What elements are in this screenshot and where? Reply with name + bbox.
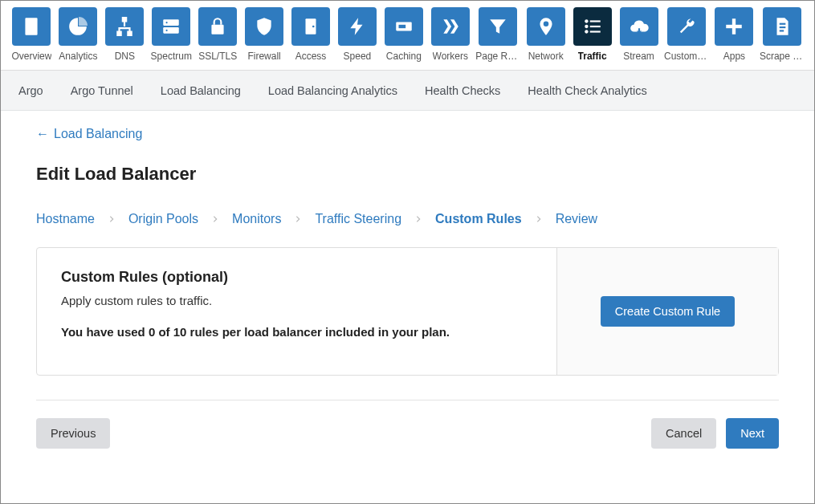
wrench-icon	[667, 7, 706, 46]
nav-item-spectrum[interactable]: Spectrum	[150, 7, 193, 62]
back-to-load-balancing-link[interactable]: ← Load Balancing	[36, 127, 142, 141]
nav-item-traffic[interactable]: Traffic	[571, 7, 613, 62]
nav-item-label: Workers	[433, 51, 468, 62]
panel-description: Apply custom rules to traffic.	[61, 294, 532, 307]
nav-item-analytics[interactable]: Analytics	[57, 7, 100, 62]
nav-item-label: DNS	[115, 51, 135, 62]
door-icon	[291, 7, 330, 46]
sitemap-icon	[105, 7, 144, 46]
nav-item-label: Apps	[723, 51, 745, 62]
lock-icon	[198, 7, 237, 46]
nav-item-label: Spectrum	[151, 51, 192, 62]
back-link-label: Load Balancing	[54, 127, 142, 141]
cancel-button[interactable]: Cancel	[651, 418, 716, 449]
subnav-item-health-checks[interactable]: Health Checks	[425, 84, 500, 97]
crumb-monitors[interactable]: Monitors	[232, 212, 281, 226]
pie-icon	[59, 7, 97, 46]
nav-item-dns[interactable]: DNS	[104, 7, 146, 62]
nav-item-label: Caching	[386, 51, 422, 62]
list-icon	[573, 7, 612, 46]
page-title: Edit Load Balancer	[36, 164, 779, 185]
nav-item-label: Speed	[344, 51, 372, 62]
nav-item-page-rules[interactable]: Page Rules	[475, 7, 520, 62]
previous-button[interactable]: Previous	[36, 418, 110, 449]
nav-item-network[interactable]: Network	[524, 7, 567, 62]
cloud-icon	[620, 7, 658, 46]
shield-icon	[245, 7, 283, 46]
nav-item-label: Traffic	[578, 51, 607, 62]
nav-item-custom-p-[interactable]: Custom P…	[664, 7, 709, 62]
nav-item-speed[interactable]: Speed	[336, 7, 378, 62]
nav-item-label: SSL/TLS	[198, 51, 237, 62]
clipboard-icon	[12, 7, 51, 46]
nav-item-firewall[interactable]: Firewall	[243, 7, 286, 62]
nav-item-label: Firewall	[247, 51, 280, 62]
wizard-breadcrumb: HostnameOrigin PoolsMonitorsTraffic Stee…	[36, 212, 779, 226]
subnav-item-health-check-analytics[interactable]: Health Check Analytics	[528, 84, 646, 97]
custom-rules-panel: Custom Rules (optional) Apply custom rul…	[36, 247, 779, 376]
nav-item-ssl-tls[interactable]: SSL/TLS	[197, 7, 239, 62]
crumb-hostname[interactable]: Hostname	[36, 212, 95, 226]
subnav-item-argo[interactable]: Argo	[18, 84, 43, 97]
bolt-icon	[338, 7, 377, 46]
nav-item-label: Custom P…	[664, 51, 709, 62]
chevron-right-icon	[108, 212, 116, 226]
primary-nav: OverviewAnalyticsDNSSpectrumSSL/TLSFirew…	[1, 1, 814, 62]
nav-item-access[interactable]: Access	[290, 7, 332, 62]
funnel-icon	[479, 7, 517, 46]
nav-item-label: Access	[295, 51, 327, 62]
crumb-review[interactable]: Review	[556, 212, 597, 226]
panel-heading: Custom Rules (optional)	[61, 269, 532, 286]
plus-icon	[715, 7, 753, 46]
secondary-nav: ArgoArgo TunnelLoad BalancingLoad Balanc…	[1, 71, 814, 111]
crumb-custom-rules[interactable]: Custom Rules	[435, 212, 522, 226]
nav-item-label: Overview	[11, 51, 51, 62]
subnav-item-argo-tunnel[interactable]: Argo Tunnel	[71, 84, 133, 97]
crumb-origin-pools[interactable]: Origin Pools	[128, 212, 198, 226]
chevron-right-icon	[535, 212, 543, 226]
server-icon	[152, 7, 190, 46]
workers-icon	[431, 7, 470, 46]
nav-item-apps[interactable]: Apps	[713, 7, 756, 62]
nav-item-overview[interactable]: Overview	[10, 7, 53, 62]
doc-icon	[763, 7, 801, 46]
next-button[interactable]: Next	[726, 418, 779, 449]
subnav-item-load-balancing[interactable]: Load Balancing	[161, 84, 241, 97]
nav-item-label: Scrape S…	[760, 51, 805, 62]
chevron-right-icon	[211, 212, 219, 226]
nav-item-scrape-s-[interactable]: Scrape S…	[760, 7, 805, 62]
chevron-right-icon	[294, 212, 302, 226]
rules-usage-text: You have used 0 of 10 rules per load bal…	[61, 325, 532, 339]
nav-item-label: Page Rules	[475, 51, 520, 62]
wizard-footer: Previous Cancel Next	[36, 418, 779, 465]
nav-item-label: Analytics	[59, 51, 97, 62]
drive-icon	[385, 7, 423, 46]
arrow-left-icon: ←	[36, 127, 49, 141]
pin-icon	[527, 7, 565, 46]
nav-item-label: Stream	[623, 51, 654, 62]
create-custom-rule-button[interactable]: Create Custom Rule	[601, 296, 735, 327]
chevron-right-icon	[414, 212, 422, 226]
nav-item-stream[interactable]: Stream	[617, 7, 660, 62]
crumb-traffic-steering[interactable]: Traffic Steering	[315, 212, 401, 226]
subnav-item-load-balancing-analytics[interactable]: Load Balancing Analytics	[268, 84, 397, 97]
divider	[36, 400, 779, 400]
nav-item-caching[interactable]: Caching	[382, 7, 425, 62]
nav-item-label: Network	[528, 51, 564, 62]
nav-item-workers[interactable]: Workers	[429, 7, 471, 62]
